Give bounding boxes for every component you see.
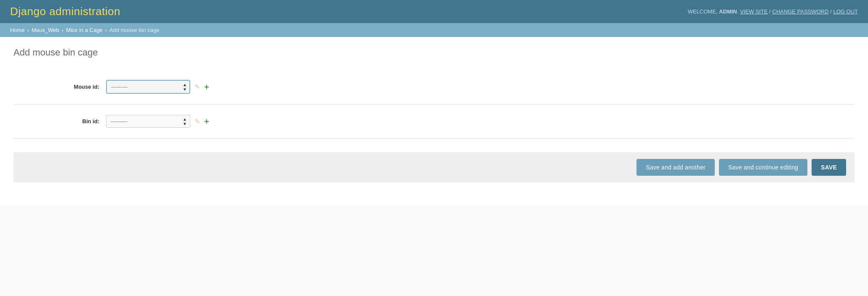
save-add-button[interactable]: Save and add another	[636, 159, 715, 176]
breadcrumb-sep-3: ›	[105, 27, 107, 33]
view-site-link[interactable]: VIEW SITE	[740, 8, 768, 15]
page-title: Add mouse bin cage	[13, 47, 855, 58]
bin-id-label: Bin id:	[13, 113, 106, 130]
site-title: Django administration	[10, 5, 120, 18]
mouse-id-label: Mouse id:	[13, 79, 106, 95]
bin-id-add-icon[interactable]: +	[204, 117, 209, 126]
header: Django administration WELCOME, ADMIN. VI…	[0, 0, 868, 23]
mouse-id-edit-icon[interactable]: ✎	[194, 83, 200, 91]
breadcrumb-sep-2: ›	[62, 27, 64, 33]
mouse-id-select-wrapper: --------- ▲ ▼	[106, 80, 190, 94]
mouse-id-row: Mouse id: --------- ▲ ▼ ✎ +	[13, 70, 855, 104]
breadcrumb-home[interactable]: Home	[10, 27, 25, 33]
log-out-link[interactable]: LOG OUT	[833, 8, 858, 15]
row-divider-bottom	[13, 138, 855, 139]
bin-id-row: Bin id: --------- ▲ ▼ ✎ +	[13, 105, 855, 138]
username: ADMIN	[719, 8, 737, 15]
breadcrumb: Home › Maus_Web › Mice in a Cage › Add m…	[10, 27, 858, 33]
breadcrumb-bar: Home › Maus_Web › Mice in a Cage › Add m…	[0, 23, 868, 37]
bin-id-field-group: --------- ▲ ▼ ✎ +	[106, 111, 209, 132]
breadcrumb-model[interactable]: Mice in a Cage	[66, 27, 103, 33]
form: Mouse id: --------- ▲ ▼ ✎ + Bin id:	[13, 70, 855, 139]
main-content: Add mouse bin cage Mouse id: --------- ▲…	[0, 37, 868, 205]
change-password-link[interactable]: CHANGE PASSWORD	[772, 8, 829, 15]
header-user-info: WELCOME, ADMIN. VIEW SITE / CHANGE PASSW…	[688, 8, 858, 15]
mouse-id-select[interactable]: ---------	[106, 80, 190, 94]
save-button[interactable]: SAVE	[812, 159, 846, 176]
mouse-id-add-icon[interactable]: +	[204, 83, 209, 91]
submit-row: Save and add another Save and continue e…	[13, 152, 855, 182]
bin-id-select-wrapper: --------- ▲ ▼	[106, 115, 190, 128]
breadcrumb-app[interactable]: Maus_Web	[32, 27, 59, 33]
breadcrumb-sep-1: ›	[27, 27, 29, 33]
breadcrumb-current: Add mouse bin cage	[109, 27, 160, 33]
bin-id-select[interactable]: ---------	[106, 115, 190, 128]
bin-id-edit-icon[interactable]: ✎	[194, 117, 200, 125]
mouse-id-field-group: --------- ▲ ▼ ✎ +	[106, 76, 209, 98]
save-continue-button[interactable]: Save and continue editing	[719, 159, 807, 176]
welcome-text: WELCOME,	[688, 8, 718, 15]
